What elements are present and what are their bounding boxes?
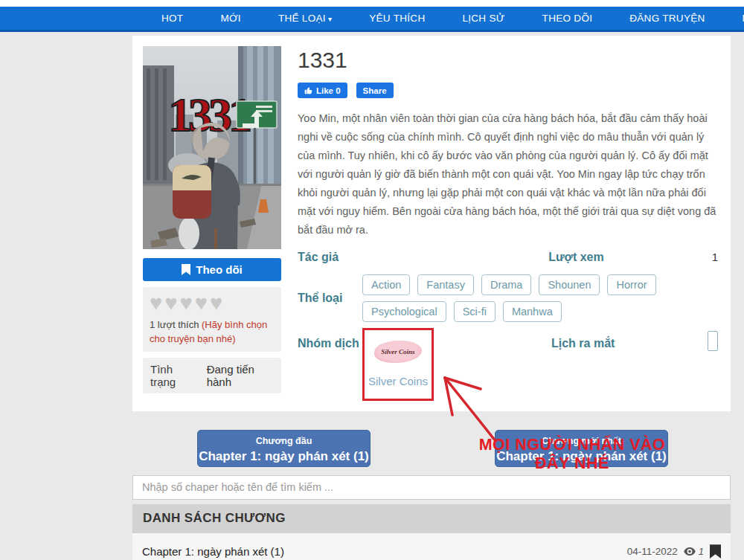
views-label: Lượt xem: [548, 251, 604, 264]
genre-tag[interactable]: Manhwa: [503, 301, 562, 322]
chapter-date: 04-11-2022: [627, 546, 678, 557]
author-views-row: Tác giả Lượt xem 1: [298, 251, 720, 264]
page-title: 1331: [298, 48, 720, 73]
nav-item-label: THEO DÕI: [542, 13, 593, 24]
genre-tag[interactable]: Action: [362, 274, 410, 295]
chapter-views-count: 1: [699, 546, 704, 557]
genre-tag-label: Drama: [490, 279, 523, 291]
follow-button-label: Theo dõi: [196, 263, 243, 276]
translator-label: Nhóm dịch: [298, 328, 362, 401]
author-label: Tác giả: [298, 251, 339, 264]
views-value: 1: [712, 251, 720, 263]
rating-box: ♥♥♥♥♥ 1 lượt thích (Hãy bình chọn cho tr…: [143, 287, 281, 352]
genre-tag-label: Sci-fi: [463, 306, 487, 318]
genre-tag-label: Manhwa: [512, 306, 553, 318]
genre-tag[interactable]: Shounen: [539, 274, 600, 295]
bookmark-icon: [182, 264, 190, 275]
nav-item-label: LỊCH SỬ: [462, 13, 504, 24]
genre-tag-label: Fantasy: [426, 279, 465, 291]
follow-button[interactable]: Theo dõi: [143, 258, 281, 281]
bookmark-icon[interactable]: [710, 544, 721, 559]
top-margin: [0, 0, 744, 7]
genre-tag[interactable]: Fantasy: [417, 274, 474, 295]
genres-label: Thể loại: [298, 292, 355, 305]
chevron-down-icon: ▾: [326, 15, 332, 23]
nav-item[interactable]: YÊU THÍCH: [350, 13, 443, 24]
schedule-empty-box: [708, 331, 718, 351]
facebook-widgets: Like 0 Share: [298, 83, 720, 98]
fb-share-button[interactable]: Share: [356, 83, 394, 98]
translator-link-highlighted[interactable]: Silver Coins Silver Coins: [362, 328, 434, 401]
first-chapter-title: Chapter 1: ngày phán xét (1): [198, 449, 370, 464]
nav-item-label: ĐĂNG TRUYỆN: [629, 13, 705, 24]
chapter-list-row[interactable]: Chapter 1: ngày phán xét (1) 04-11-2022 …: [132, 533, 731, 560]
latest-chapter-title: Chapter 1: ngày phán xét (1): [496, 449, 667, 464]
likes-text: 1 lượt thích (Hãy bình chọn cho truyện b…: [150, 318, 275, 346]
main-nav: HOTMỚITHỂ LOẠI ▾YÊU THÍCHLỊCH SỬTHEO DÕI…: [0, 7, 744, 32]
latest-chapter-caption: Chương mới nhất: [496, 436, 667, 446]
nav-item-label: YÊU THÍCH: [369, 13, 425, 24]
thumbs-up-icon: [304, 86, 312, 94]
cover-image: 1331: [143, 46, 281, 249]
genre-tag-label: Psychological: [371, 306, 437, 318]
latest-chapter-button[interactable]: Chương mới nhất Chapter 1: ngày phán xét…: [495, 430, 668, 467]
fb-like-label: Like 0: [316, 86, 341, 95]
genre-tag-label: Shounen: [548, 279, 591, 291]
nav-item-label: HOT: [161, 13, 183, 24]
first-chapter-caption: Chương đầu: [198, 436, 370, 446]
chapter-nav: Chương đầu Chapter 1: ngày phán xét (1) …: [132, 430, 731, 467]
schedule-label: Lịch ra mắt: [551, 328, 616, 401]
status-label: Tình trạng: [150, 363, 196, 388]
genre-tag[interactable]: Psychological: [362, 301, 446, 322]
translator-logo-text: Silver Coins: [381, 348, 414, 355]
nav-item-label: THỂ LOẠI: [278, 13, 326, 24]
first-chapter-button[interactable]: Chương đầu Chapter 1: ngày phán xét (1): [197, 430, 371, 467]
status-value: Đang tiến hành: [207, 363, 274, 388]
nav-item[interactable]: MAN: [724, 13, 744, 24]
nav-item[interactable]: THEO DÕI: [524, 13, 612, 24]
nav-item-label: MỚI: [220, 13, 240, 24]
genres-row: Thể loại ActionFantasyDramaShounenHorror…: [298, 274, 720, 322]
chapter-views: 1: [684, 546, 704, 557]
content-column: 1331: [132, 36, 731, 560]
nav-item[interactable]: LỊCH SỬ: [443, 13, 523, 24]
translator-logo: Silver Coins: [374, 341, 422, 363]
manga-detail-card: 1331: [132, 36, 731, 411]
description: Yoo Min, một nhân viên toàn thời gian củ…: [298, 109, 720, 239]
genre-tag[interactable]: Drama: [481, 274, 532, 295]
detail-main: 1331 Like 0 Share Yoo Min, một nhân viên…: [298, 46, 720, 401]
fb-share-label: Share: [363, 86, 387, 95]
chapter-search-input[interactable]: [132, 475, 731, 500]
genre-tag-label: Horror: [616, 279, 647, 291]
chapter-row-title: Chapter 1: ngày phán xét (1): [142, 545, 284, 558]
status-box: Tình trạng Đang tiến hành: [143, 358, 281, 393]
likes-count: 1 lượt thích: [150, 319, 199, 330]
nav-item[interactable]: HOT: [143, 13, 202, 24]
chapter-list-header: DANH SÁCH CHƯƠNG: [132, 504, 731, 533]
cover-sidebar: 1331: [143, 46, 281, 401]
translator-row: Nhóm dịch Silver Coins Silver Coins Lịch…: [298, 328, 720, 401]
nav-item[interactable]: ĐĂNG TRUYỆN: [611, 13, 723, 24]
genre-tag[interactable]: Sci-fi: [454, 301, 496, 322]
chapter-row-meta: 04-11-2022 1: [627, 544, 721, 559]
heart-rating[interactable]: ♥♥♥♥♥: [150, 290, 275, 315]
nav-item[interactable]: THỂ LOẠI ▾: [260, 13, 350, 24]
translator-name: Silver Coins: [368, 375, 428, 387]
nav-item[interactable]: MỚI: [202, 13, 259, 24]
fb-like-button[interactable]: Like 0: [298, 83, 347, 98]
genre-tag[interactable]: Horror: [607, 274, 655, 295]
eye-icon: [684, 547, 696, 556]
genre-tag-label: Action: [371, 279, 401, 291]
